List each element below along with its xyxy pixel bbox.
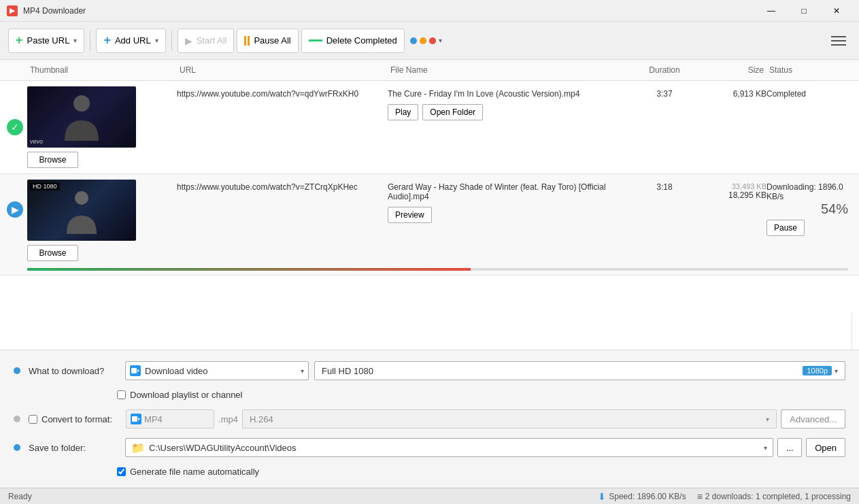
row-1-filename: The Cure - Friday I'm In Love (Acoustic … [388, 86, 637, 120]
row-1-actions: Play Open Folder [388, 104, 637, 120]
row-1-play-button[interactable]: Play [388, 104, 418, 120]
convert-row: Convert to format: MP4 .mp4 H.264 ▾ Adva… [14, 409, 845, 429]
downloads-table: Thumbnail URL File Name Duration Size St… [0, 60, 859, 350]
what-indicator [14, 367, 20, 374]
progress-bar-fill [27, 268, 471, 271]
col-url: URL [177, 64, 388, 76]
add-icon: + [103, 33, 111, 48]
format-dropdown[interactable]: MP4 [126, 409, 214, 429]
what-arrow-icon: ▾ [301, 367, 304, 375]
what-controls: Download video ▾ Full HD 1080 1080p ▾ [125, 361, 845, 380]
status-bar: Ready ⬇ Speed: 1896.00 KB/s ≡ 2 download… [0, 488, 859, 504]
row-1-thumbnail: vevo [27, 86, 136, 148]
row-1-url: https://www.youtube.com/watch?v=qdYwrFRx… [177, 86, 388, 99]
paste-url-button[interactable]: + Paste URL ▾ [8, 29, 84, 53]
vevo-label: vevo [30, 138, 43, 145]
row-2-preview-button[interactable]: Preview [388, 207, 432, 223]
row-2-thumbnail-cell: HD 1080 Browse [27, 180, 177, 261]
toolbar: + Paste URL ▾ + Add URL ▾ ▶ Start All Pa… [0, 22, 859, 60]
folder-controls: 📁 C:\Users\WDAGUtilityAccount\Videos ▾ .… [125, 438, 845, 457]
folder-browse-button[interactable]: ... [777, 438, 802, 457]
minimize-button[interactable]: — [756, 0, 787, 22]
delete-icon [309, 39, 322, 41]
row-1-status: Completed [767, 86, 848, 99]
status-dots[interactable]: ▾ [410, 37, 442, 44]
row-2-actions: Preview [388, 207, 637, 223]
col-status: Status [767, 64, 848, 76]
status-downloading-icon: ▶ [7, 201, 23, 218]
row-1-browse-button[interactable]: Browse [27, 152, 78, 168]
convert-checkbox[interactable] [29, 415, 37, 424]
close-button[interactable]: ✕ [821, 0, 852, 22]
app-icon: ▶ [7, 5, 18, 16]
col-duration: Duration [637, 64, 692, 76]
row-1-open-folder-button[interactable]: Open Folder [422, 104, 483, 120]
delete-completed-button[interactable]: Delete Completed [301, 29, 405, 53]
row-2-pause-button[interactable]: Pause [767, 220, 805, 236]
row-2-browse-button[interactable]: Browse [27, 245, 78, 261]
pause-all-button[interactable]: Pause All [237, 29, 298, 53]
codec-dropdown[interactable]: H.264 ▾ [242, 409, 777, 429]
resolution-dropdown[interactable]: Full HD 1080 1080p ▾ [314, 361, 845, 380]
col-thumbnail: Thumbnail [27, 64, 177, 76]
generate-name-checkbox[interactable] [117, 467, 126, 476]
status-completed-icon: ✓ [7, 119, 23, 135]
start-all-button[interactable]: ▶ Start All [178, 29, 235, 53]
divider-1 [90, 31, 90, 51]
play-icon: ▶ [185, 35, 192, 46]
playlist-row: Download playlist or channel [117, 390, 845, 400]
col-filename: File Name [388, 64, 637, 76]
hamburger-line-2 [831, 40, 846, 41]
row-1-size: 6,913 KB [692, 86, 767, 99]
menu-button[interactable] [826, 29, 851, 53]
divider-2 [171, 31, 172, 51]
title-bar: ▶ MP4 Downloader — □ ✕ [0, 0, 859, 22]
dot-blue-icon [410, 37, 417, 44]
row-2-status: Downloading: 1896.0 KB/s 54% Pause [767, 180, 848, 236]
hd-label: HD 1080 [30, 182, 60, 190]
add-url-button[interactable]: + Add URL ▾ [96, 29, 165, 53]
hamburger-line-3 [831, 44, 846, 46]
what-to-download-row: What to download? Download video ▾ Full … [14, 361, 845, 380]
app-title: MP4 Downloader [23, 6, 756, 16]
empty-area [0, 275, 859, 347]
folder-open-button[interactable]: Open [806, 438, 845, 457]
resolution-badge: 1080p [803, 366, 832, 375]
svg-marker-3 [137, 369, 139, 372]
plus-icon: + [16, 33, 23, 48]
col-size: Size [692, 64, 767, 76]
pause-icon [244, 36, 250, 46]
row-2-thumbnail: HD 1080 [27, 180, 136, 241]
convert-indicator [14, 416, 20, 422]
separator [0, 347, 859, 350]
row-2-filename: Gerard Way - Hazy Shade of Winter (feat.… [388, 180, 637, 223]
table-header: Thumbnail URL File Name Duration Size St… [0, 60, 859, 81]
svg-point-0 [73, 95, 90, 112]
row-2-main: HD 1080 Browse https://www.youtube.com/w… [0, 174, 859, 267]
svg-rect-4 [132, 416, 137, 422]
advanced-button[interactable]: Advanced... [781, 409, 845, 429]
maximize-button[interactable]: □ [788, 0, 820, 22]
downloads-label: 2 downloads: 1 completed, 1 processing [705, 492, 851, 501]
row-2-size: 33,493 KB 18,295 KB [692, 180, 767, 200]
playlist-checkbox[interactable] [117, 390, 126, 399]
dot-orange-icon [420, 37, 426, 44]
dots-arrow-icon: ▾ [439, 37, 442, 44]
status-right: ⬇ Speed: 1896.00 KB/s ≡ 2 downloads: 1 c… [598, 491, 851, 502]
what-dropdown[interactable]: Download video ▾ [125, 361, 309, 380]
dot-red-icon [429, 37, 436, 44]
download-arrow-icon: ⬇ [598, 491, 606, 502]
table-row: ✓ vevo Browse https://www.youtube.com/wa… [0, 81, 859, 174]
convert-label: Convert to format: [41, 414, 112, 424]
hamburger-line-1 [831, 36, 846, 37]
row-2-url: https://www.youtube.com/watch?v=ZTCrqXpK… [177, 180, 388, 192]
list-icon: ≡ [697, 491, 703, 502]
row-2-duration: 3:18 [637, 180, 692, 192]
table-row: ▶ HD 1080 Browse https://www.youtube.com… [0, 174, 859, 275]
what-label: What to download? [29, 366, 117, 376]
speed-label: Speed: 1896.00 KB/s [609, 492, 686, 501]
generate-name-label: Generate file name automatically [130, 467, 259, 477]
person-silhouette-icon [61, 90, 102, 144]
folder-icon: 📁 [131, 441, 145, 454]
downloads-info: ≡ 2 downloads: 1 completed, 1 processing [697, 491, 851, 502]
